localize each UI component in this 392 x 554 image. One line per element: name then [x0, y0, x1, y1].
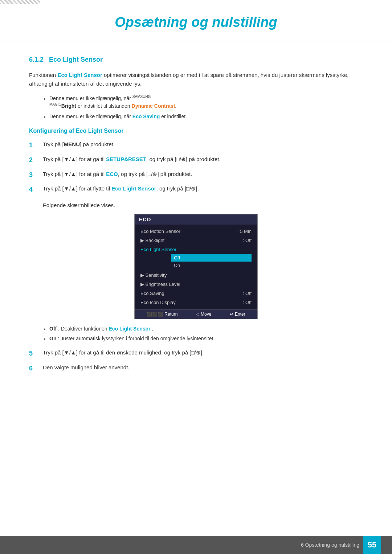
menu-row-sensitivity: ▶ Sensitivity	[135, 271, 257, 280]
page-header: Opsætning og nulstilling	[0, 0, 392, 41]
step-1-number: 1	[29, 140, 40, 151]
bullet-2: Denne menu er ikke tilgængelig, når Eco …	[44, 113, 363, 120]
warning-bullets: Denne menu er ikke tilgængelig, når SAMS…	[44, 95, 363, 120]
menu-row-brightness-level: ▶ Brightness Level	[135, 280, 257, 289]
decorative-strip	[0, 0, 40, 4]
menu-screenshot: ECO Eco Motion Sensor : 5 Min ▶ Backligh…	[134, 214, 258, 319]
sub-heading-konfigurering: Konfigurering af Eco Light Sensor	[29, 128, 363, 134]
eco-icon-value: : Off	[243, 300, 252, 305]
steps-5-6: 5 Tryk på [▼/▲] for at gå til den ønsked…	[29, 348, 363, 374]
section-heading: 6.1.2 Eco Light Sensor	[29, 56, 363, 63]
intro-paragraph: Funktionen Eco Light Sensor optimerer vi…	[29, 71, 363, 88]
eco-saving-value: : Off	[243, 291, 252, 296]
step-3-content: Tryk på [▼/▲] for at gå til ECO, og tryk…	[43, 170, 363, 178]
step-2-number: 2	[29, 155, 40, 165]
step4-followup: Følgende skærmbillede vises.	[43, 202, 363, 208]
dropdown-off: Off	[171, 254, 252, 262]
off-end: .	[152, 326, 153, 332]
dropdown-on: On	[171, 262, 252, 269]
step-5: 5 Tryk på [▼/▲] for at gå til den ønsked…	[29, 348, 363, 359]
section-number: 6.1.2	[29, 56, 44, 63]
step-1-content: Tryk på [MENU] på produktet.	[43, 140, 363, 149]
bullet1-dynamic-contrast: Dynamic Contrast	[132, 103, 175, 109]
backlight-label: ▶ Backlight	[140, 238, 164, 243]
menu-row-eco-icon: Eco Icon Display : Off	[135, 298, 257, 307]
off-bullet: Off : Deaktiver funktionen Eco Light Sen…	[44, 325, 363, 333]
eco-saving-label: Eco Saving	[140, 291, 164, 296]
bottom-move: ◇ Move	[196, 312, 211, 317]
footer-text: 6 Opsætning og nulstilling	[301, 542, 359, 548]
enter-label: Enter	[235, 312, 245, 317]
step-5-number: 5	[29, 348, 40, 359]
brightness-level-label: ▶ Brightness Level	[140, 282, 180, 287]
bullet2-eco-saving: Eco Saving	[132, 114, 160, 119]
step-2-content: Tryk på [▼/▲] for at gå til SETUP&RESET,…	[43, 155, 363, 164]
step-2: 2 Tryk på [▼/▲] for at gå til SETUP&RESE…	[29, 155, 363, 165]
step-6: 6 Den valgte mulighed bliver anvendt.	[29, 363, 363, 374]
menu-dropdown: Off On	[171, 254, 252, 269]
page-footer: 6 Opsætning og nulstilling 55	[0, 536, 392, 554]
enter-icon: ↵	[230, 312, 233, 317]
section-title: Eco Light Sensor	[49, 56, 103, 63]
off-eco-light: Eco Light Sensor	[109, 326, 150, 332]
eco-motion-value: : 5 Min	[237, 229, 252, 234]
menu-row-eco-saving: Eco Saving : Off	[135, 289, 257, 298]
off-label: Off	[49, 326, 57, 332]
move-label: Move	[201, 312, 211, 317]
step-6-content: Den valgte mulighed bliver anvendt.	[43, 363, 363, 372]
steps-list: 1 Tryk på [MENU] på produktet. 2 Tryk på…	[29, 140, 363, 195]
intro-text-1: Funktionen	[29, 72, 57, 78]
bullet1-text-after: er indstillet til tilstanden	[76, 103, 132, 109]
on-bullet: On : Juster automatisk lysstyrken i forh…	[44, 335, 363, 342]
menu-row-backlight: ▶ Backlight : Off	[135, 236, 257, 245]
move-icon: ◇	[196, 312, 199, 317]
menu-title: ECO	[135, 214, 257, 225]
bullet-1: Denne menu er ikke tilgængelig, når SAMS…	[44, 95, 363, 110]
bullet2-text-after: er indstillet.	[160, 114, 187, 119]
bottom-return: ⬛⬛⬛ Return	[147, 312, 177, 317]
page-title: Opsætning og nulstilling	[0, 15, 392, 30]
off-text: : Deaktiver funktionen	[58, 326, 109, 332]
step-6-number: 6	[29, 363, 40, 374]
step-4-number: 4	[29, 184, 40, 195]
bullet1-text-before: Denne menu er ikke tilgængelig, når	[49, 95, 132, 101]
main-content: 6.1.2 Eco Light Sensor Funktionen Eco Li…	[0, 56, 392, 374]
off-on-bullets: Off : Deaktiver funktionen Eco Light Sen…	[44, 325, 363, 342]
menu-row-eco-light: Eco Light Sensor	[135, 245, 257, 254]
intro-bold: Eco Light Sensor	[57, 72, 102, 78]
bullet1-bright: Bright	[61, 103, 76, 109]
eco-icon-label: Eco Icon Display	[140, 300, 176, 305]
eco-light-label: Eco Light Sensor	[140, 247, 176, 252]
step-3: 3 Tryk på [▼/▲] for at gå til ECO, og tr…	[29, 170, 363, 180]
on-label: On	[49, 336, 56, 341]
step-4: 4 Tryk på [▼/▲] for at flytte til Eco Li…	[29, 184, 363, 195]
menu-row-eco-motion: Eco Motion Sensor : 5 Min	[135, 227, 257, 236]
menu-items: Eco Motion Sensor : 5 Min ▶ Backlight : …	[135, 225, 257, 309]
return-icon: ⬛⬛⬛	[147, 312, 163, 317]
step-4-content: Tryk på [▼/▲] for at flytte til Eco Ligh…	[43, 184, 363, 193]
sensitivity-label: ▶ Sensitivity	[140, 272, 167, 278]
on-text: : Juster automatisk lysstyrken i forhold…	[58, 336, 215, 341]
return-label: Return	[164, 312, 177, 317]
bullet2-text-before: Denne menu er ikke tilgængelig, når	[49, 114, 132, 119]
menu-bottom-bar: ⬛⬛⬛ Return ◇ Move ↵ Enter	[135, 309, 257, 319]
eco-motion-label: Eco Motion Sensor	[140, 229, 180, 234]
step-5-content: Tryk på [▼/▲] for at gå til den ønskede …	[43, 348, 363, 357]
page-number: 55	[363, 536, 381, 554]
step-3-number: 3	[29, 170, 40, 180]
backlight-value: : Off	[243, 238, 252, 243]
bottom-enter: ↵ Enter	[230, 312, 245, 317]
step-1: 1 Tryk på [MENU] på produktet.	[29, 140, 363, 151]
